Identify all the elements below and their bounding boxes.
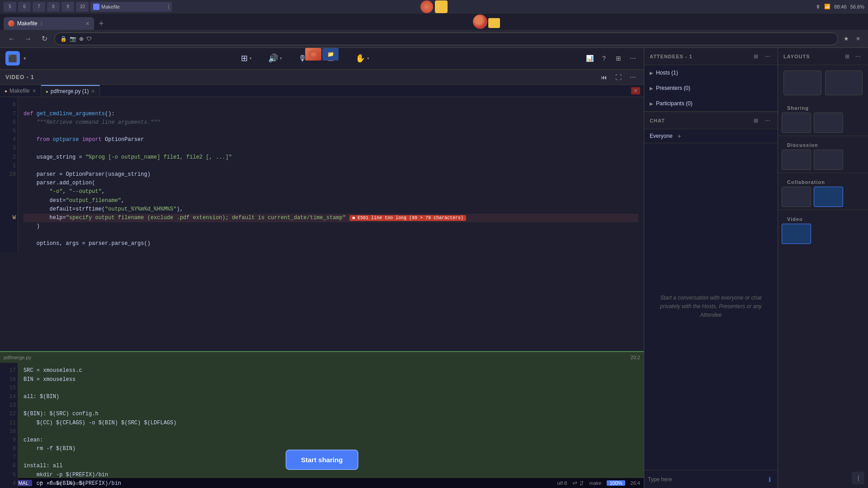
forward-button[interactable]: → <box>22 33 34 45</box>
hosts-group-header[interactable]: ▶ Hosts (1) <box>644 68 778 78</box>
apps-button[interactable]: ⊞ ▾ <box>237 52 255 65</box>
sharing-thumb-1[interactable] <box>782 113 811 133</box>
presenters-group-header[interactable]: ▶ Presenters (0) <box>644 83 778 93</box>
chat-input[interactable] <box>648 476 762 483</box>
hand-button[interactable]: ✋ ▾ <box>352 52 373 65</box>
chat-send-icon[interactable]: ℹ <box>765 475 774 484</box>
clock: 88:46 <box>834 4 847 9</box>
chat-body: Start a conversation with everyone or ch… <box>644 143 778 470</box>
tab-title: Makefile <box>17 20 38 27</box>
layout-thumb-1[interactable] <box>783 70 821 95</box>
code-content-top[interactable]: 8 7 6 5 4 3 2 1 20 W <box>0 97 644 252</box>
hand-icon: ✋ <box>355 53 365 63</box>
layouts-title: LAYOUTS ⊞ ⋯ <box>778 48 868 65</box>
app-icon <box>93 4 99 10</box>
discussion-thumb-1[interactable] <box>782 150 811 170</box>
layouts-expand-icon[interactable]: ⊞ <box>843 52 852 61</box>
layouts-grid <box>778 65 868 101</box>
sharing-thumbs <box>782 113 864 133</box>
divider-1 <box>778 136 868 136</box>
firefox-taskbar-icon[interactable] <box>420 0 433 13</box>
tab-pdfmerge[interactable]: ● pdfmerge.py (1) ✕ <box>41 85 100 97</box>
security-icon: 🔒 <box>60 36 67 42</box>
layout-thumb-2[interactable] <box>825 70 863 95</box>
video-back-icon[interactable]: ⏮ <box>599 72 609 83</box>
participants-group-header[interactable]: ▶ Participants (0) <box>644 99 778 108</box>
chat-title: CHAT <box>650 118 665 123</box>
taskbar-icon-5[interactable]: 9 <box>61 2 74 12</box>
reload-button[interactable]: ↻ <box>38 33 51 45</box>
makefile-dot: ● <box>5 89 7 94</box>
new-tab-button[interactable]: + <box>95 17 108 30</box>
layout-icon[interactable]: ⊞ <box>613 53 624 64</box>
chat-header-actions: ⊞ ⋯ <box>751 116 772 125</box>
center-app-icons <box>420 0 448 13</box>
taskbar-icon-1[interactable]: 5 <box>4 2 16 12</box>
hosts-chevron: ▶ <box>650 70 653 75</box>
browser-tab-active[interactable]: Makefile | ✕ <box>4 17 94 30</box>
toggle-panel-icon[interactable]: ⟨ <box>852 472 864 484</box>
attendees-title: ATTENDEES - 1 <box>650 54 693 59</box>
bookmark-icon[interactable]: ★ <box>842 34 851 43</box>
code-lines-top[interactable]: def get_cmdline_arguments(): """Retrieve… <box>18 97 644 252</box>
tab-pdfmerge-close[interactable]: ✕ <box>91 89 95 94</box>
collaboration-thumb-1[interactable] <box>782 187 811 207</box>
collaboration-thumb-2[interactable] <box>814 187 843 207</box>
taskbar-icon-6[interactable]: 10 <box>76 2 89 12</box>
editor-bottom-header: pdfmerge.py 20:2 <box>0 352 644 363</box>
chat-audience-selector: Everyone + <box>644 129 778 143</box>
hosts-group: ▶ Hosts (1) <box>644 65 778 80</box>
line-numbers-top: 8 7 6 5 4 3 2 1 20 W <box>0 97 18 252</box>
active-app[interactable]: Makefile | <box>90 2 172 12</box>
video-fullscreen-icon[interactable]: ⛶ <box>613 72 624 83</box>
tab-indicator: | <box>41 21 42 26</box>
audio-button[interactable]: 🔊 ▾ <box>264 52 286 65</box>
layouts-more-icon[interactable]: ⋯ <box>854 52 863 61</box>
close-all-icon[interactable]: ✕ <box>631 87 640 94</box>
editor-split: 8 7 6 5 4 3 2 1 20 W <box>0 97 644 478</box>
more-options-icon[interactable]: ⋯ <box>627 53 638 64</box>
editor-tab-close-all[interactable]: ✕ <box>631 87 644 94</box>
chat-more-icon[interactable]: ⋯ <box>763 116 772 125</box>
tab-makefile[interactable]: ● Makefile ✕ <box>0 85 41 97</box>
audience-add-icon[interactable]: + <box>675 132 684 140</box>
video-thumb-1 <box>305 48 321 61</box>
video-layout-label: Video <box>782 214 864 224</box>
discussion-thumb-2[interactable] <box>814 150 843 170</box>
taskbar-icon-2[interactable]: 6 <box>18 2 31 12</box>
audio-dropdown: ▾ <box>280 56 282 61</box>
chat-hint-text: Start a conversation with everyone or ch… <box>651 294 770 320</box>
folder-taskbar-icon[interactable] <box>435 0 448 13</box>
editor-area: ⬛ ▾ ⊞ ▾ 🔊 ▾ 🎙 <box>0 48 644 488</box>
audience-everyone-button[interactable]: Everyone <box>650 133 673 139</box>
mic-icon: 🎙 <box>816 4 821 9</box>
tab-close-icon[interactable]: ✕ <box>85 21 90 27</box>
video-overlay: 📁 <box>305 48 339 61</box>
back-button[interactable]: ← <box>5 33 18 45</box>
bottom-pane-filename: pdfmerge.py <box>4 355 31 360</box>
participants-chevron: ▶ <box>650 101 653 106</box>
attendees-more-icon[interactable]: ⋯ <box>763 52 772 61</box>
attendees-expand-icon[interactable]: ⊞ <box>751 52 760 61</box>
start-sharing-button[interactable]: Start sharing <box>286 450 359 470</box>
attendees-section: ATTENDEES - 1 ⊞ ⋯ ▶ Hosts (1) ▶ Presente… <box>644 48 778 112</box>
taskbar-icon-3[interactable]: 7 <box>33 2 45 12</box>
stats-icon[interactable]: 📊 <box>584 53 595 64</box>
address-bar[interactable]: 🔒 📷 ⊕ 🛡 <box>54 33 838 45</box>
attendees-actions: ⊞ ⋯ <box>751 52 772 61</box>
help-icon[interactable]: ? <box>599 53 609 64</box>
dropdown-arrow-logo[interactable]: ▾ <box>24 56 26 61</box>
menu-icon[interactable]: ≡ <box>854 34 863 43</box>
sharing-thumb-2[interactable] <box>814 113 843 133</box>
chat-expand-icon[interactable]: ⊞ <box>751 116 760 125</box>
video-thumb-layout-1[interactable] <box>782 224 811 244</box>
sharing-section: Sharing <box>778 101 868 134</box>
taskbar-icon-4[interactable]: 8 <box>47 2 60 12</box>
video-more-icon[interactable]: ⋯ <box>627 72 638 83</box>
discussion-label: Discussion <box>782 140 864 150</box>
tab-makefile-close[interactable]: ✕ <box>32 88 36 94</box>
layouts-bottom-action: ⟨ <box>778 468 868 488</box>
browser-tabbar: Makefile | ✕ + <box>0 14 868 30</box>
presenters-label: Presenters (0) <box>656 85 690 91</box>
meeting-logo: ⬛ ▾ <box>0 51 32 66</box>
